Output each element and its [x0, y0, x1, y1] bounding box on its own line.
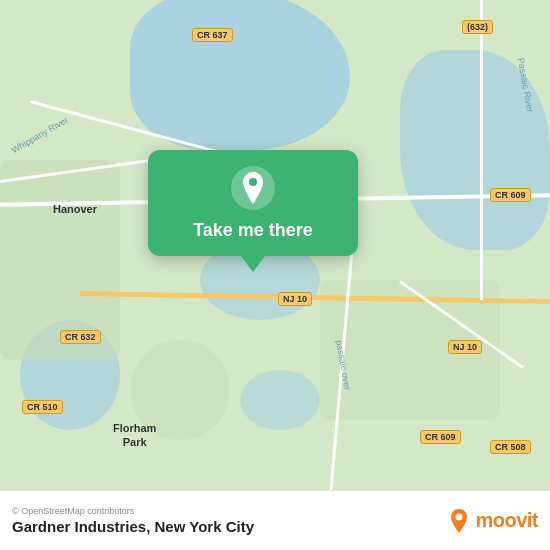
svg-point-1 [249, 178, 257, 186]
moovit-pin-icon [445, 507, 473, 535]
map-attribution: © OpenStreetMap contributors [12, 506, 254, 516]
label-cr508: CR 508 [490, 440, 531, 454]
location-pin-icon [231, 166, 275, 210]
moovit-logo: moovit [445, 507, 538, 535]
label-nj10-1: NJ 10 [278, 292, 312, 306]
label-cr632: CR 632 [60, 330, 101, 344]
road-v1 [480, 0, 483, 300]
moovit-brand-text: moovit [475, 509, 538, 532]
map-container: CR 637 (632) CR 609 NJ 10 NJ 10 CR 632 C… [0, 0, 550, 490]
card-cta-text: Take me there [193, 220, 313, 242]
label-florham: FlorhamPark [110, 420, 159, 451]
water-body-1 [130, 0, 350, 150]
card-overlay[interactable]: Take me there [148, 150, 358, 256]
water-body-5 [240, 370, 320, 430]
bottom-left: © OpenStreetMap contributors Gardner Ind… [12, 506, 254, 535]
svg-point-2 [456, 513, 463, 520]
label-cr609-top: CR 609 [490, 188, 531, 202]
label-cr609-bot: CR 609 [420, 430, 461, 444]
label-632: (632) [462, 20, 493, 34]
bottom-bar: © OpenStreetMap contributors Gardner Ind… [0, 490, 550, 550]
label-cr637: CR 637 [192, 28, 233, 42]
label-hanover: Hanover [50, 202, 100, 216]
place-name: Gardner Industries, New York City [12, 518, 254, 535]
label-cr510: CR 510 [22, 400, 63, 414]
label-nj10-2: NJ 10 [448, 340, 482, 354]
